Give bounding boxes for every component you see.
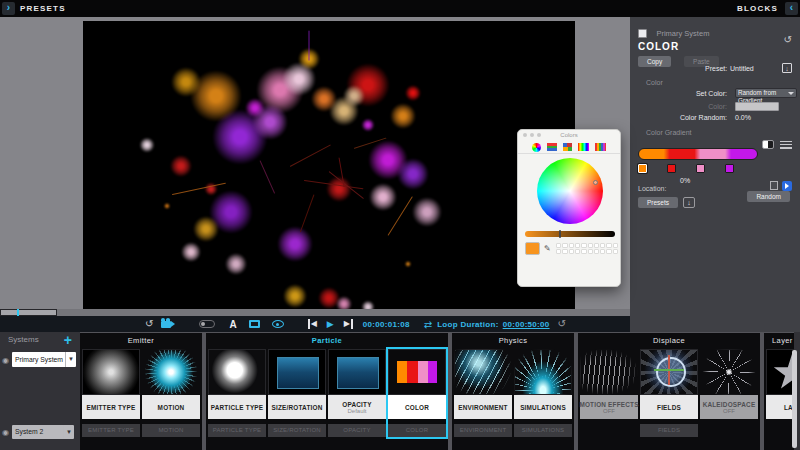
gradient-apply-icon[interactable] <box>782 181 792 191</box>
color-field-label: Color: <box>708 103 727 110</box>
presets-panel-toggle-icon[interactable]: › <box>2 2 15 15</box>
crayons-tab-icon[interactable] <box>595 143 606 151</box>
block-cell-motion[interactable]: MOTION MOTION <box>142 349 200 437</box>
scrubber-thumb[interactable] <box>0 309 57 316</box>
particle-type-thumbnail[interactable] <box>208 349 266 395</box>
primary-system-dropdown[interactable]: Primary System▼ <box>12 352 76 367</box>
opacity-thumbnail[interactable] <box>328 349 386 395</box>
fields-thumbnail[interactable] <box>640 349 698 395</box>
picker-swatch[interactable] <box>613 243 618 248</box>
layer-thumbnail[interactable] <box>766 349 794 395</box>
simulations-thumbnail[interactable] <box>514 349 572 395</box>
window-buttons-icon[interactable] <box>523 133 527 137</box>
playhead[interactable] <box>17 309 19 316</box>
picker-swatch[interactable] <box>581 243 586 248</box>
colors-picker-window[interactable]: Colors ✎ <box>517 129 621 287</box>
picker-swatch[interactable] <box>569 249 574 254</box>
loop-icon[interactable]: ⇄ <box>424 319 432 330</box>
kaleidospace-thumbnail[interactable] <box>700 349 758 395</box>
brightness-marker[interactable] <box>559 230 561 238</box>
color-sliders-tab-icon[interactable] <box>547 143 557 151</box>
color-wheel-tab-icon[interactable] <box>532 143 541 152</box>
gradient-stop-marker[interactable] <box>667 164 676 173</box>
block-cell-opacity[interactable]: OPACITY Default OPACITY <box>328 349 386 437</box>
loop-duration-value[interactable]: 00:00:50:00 <box>503 320 550 329</box>
add-system-button[interactable]: + <box>64 332 72 348</box>
block-cell-layer[interactable]: LAYER <box>766 349 794 437</box>
block-cell-emitter-type[interactable]: EMITTER TYPE EMITTER TYPE <box>82 349 140 437</box>
picker-swatch[interactable] <box>575 243 580 248</box>
picker-swatch[interactable] <box>600 249 605 254</box>
picker-swatch[interactable] <box>588 249 593 254</box>
block-cell-size-rotation[interactable]: SIZE/ROTATION SIZE/ROTATION <box>268 349 326 437</box>
preview-visibility-icon[interactable] <box>272 320 284 328</box>
picker-brightness-slider[interactable] <box>525 231 615 237</box>
image-palettes-tab-icon[interactable] <box>578 143 589 151</box>
picker-swatch[interactable] <box>600 243 605 248</box>
picker-swatch[interactable] <box>556 243 561 248</box>
go-to-start-button[interactable]: ◀ <box>308 319 317 329</box>
gradient-copy-icon[interactable] <box>770 181 778 190</box>
location-value[interactable]: 0% <box>680 177 690 184</box>
gradient-import-icon[interactable]: ↓ <box>683 197 695 208</box>
picker-swatch[interactable] <box>569 243 574 248</box>
save-preset-icon[interactable]: ↓ <box>782 63 792 73</box>
gradient-bar[interactable] <box>638 148 758 160</box>
picker-titlebar[interactable]: Colors <box>518 130 620 141</box>
record-camera-icon[interactable] <box>161 321 171 328</box>
block-cell-motion-effects[interactable]: MOTION EFFECTS OFF <box>580 349 638 437</box>
environment-thumbnail[interactable] <box>454 349 512 395</box>
blocks-panel-toggle-icon[interactable]: ‹ <box>785 2 798 15</box>
eyedropper-icon[interactable]: ✎ <box>544 244 551 253</box>
picker-swatch[interactable] <box>594 249 599 254</box>
go-to-end-button[interactable]: ▶ <box>344 319 353 329</box>
eye-icon[interactable]: ◉ <box>2 428 9 437</box>
viewport[interactable] <box>83 21 575 310</box>
gradient-stop-marker[interactable] <box>696 164 705 173</box>
emitter-type-thumbnail[interactable] <box>82 349 140 395</box>
stereo-toggle-icon[interactable] <box>199 320 215 328</box>
copy-button[interactable]: Copy <box>638 56 671 67</box>
reset-block-icon[interactable]: ↺ <box>784 34 792 45</box>
picker-selected-swatch[interactable] <box>525 242 540 255</box>
group-header-layer: Layer <box>764 333 794 347</box>
picker-swatch[interactable] <box>556 249 561 254</box>
play-button[interactable]: ▶ <box>327 319 334 329</box>
fullscreen-icon[interactable] <box>249 320 260 328</box>
picker-swatch[interactable] <box>575 249 580 254</box>
reset-loop-icon[interactable]: ↺ <box>558 316 566 332</box>
gradient-stop-marker[interactable] <box>638 164 647 173</box>
gradient-stop-marker[interactable] <box>725 164 734 173</box>
block-cell-fields[interactable]: FIELDS FIELDS <box>640 349 698 437</box>
block-cell-kaleidospace[interactable]: KALEIDOSPACE OFF <box>700 349 758 437</box>
motion-effects-thumbnail[interactable] <box>580 349 638 395</box>
system-2-dropdown[interactable]: System 2▼ <box>12 425 74 439</box>
color-random-value[interactable]: 0.0% <box>735 114 751 121</box>
picker-swatch[interactable] <box>606 249 611 254</box>
reset-view-icon[interactable]: ↺ <box>145 316 153 332</box>
block-cell-color-selected[interactable]: COLOR COLOR <box>388 349 446 437</box>
hue-wheel[interactable] <box>537 158 603 224</box>
blocks-scrollbar[interactable] <box>792 350 797 448</box>
gradient-random-button[interactable]: Random <box>747 191 790 202</box>
motion-thumbnail[interactable] <box>142 349 200 395</box>
picker-swatch[interactable] <box>581 249 586 254</box>
picker-swatch[interactable] <box>588 243 593 248</box>
block-cell-simulations[interactable]: SIMULATIONS SIMULATIONS <box>514 349 572 437</box>
block-cell-particle-type[interactable]: PARTICLE TYPE PARTICLE TYPE <box>208 349 266 437</box>
block-cell-environment[interactable]: ENVIRONMENT ENVIRONMENT <box>454 349 512 437</box>
eye-icon[interactable]: ◉ <box>2 356 9 365</box>
picker-swatch[interactable] <box>613 249 618 254</box>
color-thumbnail[interactable] <box>388 349 446 395</box>
size-rotation-thumbnail[interactable] <box>268 349 326 395</box>
picker-swatch[interactable] <box>606 243 611 248</box>
timeline-scrubber[interactable] <box>0 309 630 316</box>
picker-swatch[interactable] <box>562 243 567 248</box>
picker-swatch[interactable] <box>562 249 567 254</box>
set-color-dropdown[interactable]: Random from Gradient <box>735 88 797 98</box>
gradient-presets-button[interactable]: Presets <box>638 197 678 208</box>
antialias-toggle-icon[interactable]: A <box>229 319 236 330</box>
picker-swatch[interactable] <box>594 243 599 248</box>
hue-wheel-marker[interactable] <box>593 180 598 185</box>
color-palettes-tab-icon[interactable] <box>563 143 572 151</box>
